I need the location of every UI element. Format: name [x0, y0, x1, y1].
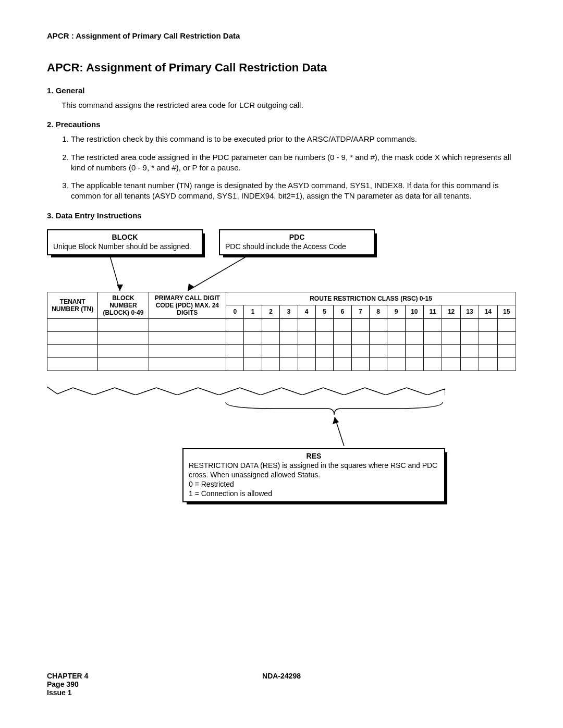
callout-res-line1: RESTRICTION DATA (RES) is assigned in th…: [189, 461, 439, 479]
table-row: [47, 331, 516, 344]
callout-res-line3: 1 = Connection is allowed: [189, 489, 439, 498]
running-header: APCR : Assignment of Primary Call Restri…: [47, 31, 516, 40]
table-row: [47, 357, 516, 371]
rsc-num: 13: [460, 305, 479, 319]
callout-res: RES RESTRICTION DATA (RES) is assigned i…: [182, 448, 445, 503]
rsc-num: 2: [262, 305, 279, 319]
rsc-num: 6: [334, 305, 351, 319]
svg-line-2: [188, 254, 250, 291]
callout-block-title: BLOCK: [53, 232, 197, 242]
section-general-head: 1. General: [47, 86, 516, 95]
th-tenant-number: TENANT NUMBER (TN): [47, 292, 98, 318]
precaution-item: The applicable tenant number (TN) range …: [71, 180, 516, 202]
table-row: [47, 344, 516, 357]
th-block-number: BLOCK NUMBER (BLOCK) 0-49: [98, 292, 149, 318]
precaution-item: The restricted area code assigned in the…: [71, 152, 516, 174]
rsc-num: 12: [442, 305, 460, 319]
rsc-num: 1: [244, 305, 262, 319]
svg-marker-5: [333, 417, 339, 424]
callout-res-title: RES: [189, 451, 439, 461]
rsc-num: 4: [298, 305, 315, 319]
rsc-num: 11: [424, 305, 442, 319]
svg-marker-1: [117, 285, 123, 291]
table-row: [47, 318, 516, 331]
rsc-num: 15: [497, 305, 516, 319]
rsc-num: 8: [369, 305, 387, 319]
th-pdc: PRIMARY CALL DIGIT CODE (PDC) MAX. 24 DI…: [149, 292, 226, 318]
arrow-brace-to-res: [328, 415, 349, 451]
section-general-body: This command assigns the restricted area…: [62, 100, 516, 110]
rsc-num: 7: [351, 305, 369, 319]
callout-block-body: Unique Block Number should be assigned.: [53, 242, 197, 251]
section-precautions-head: 2. Precautions: [47, 120, 516, 129]
th-rsc: ROUTE RESTRICTION CLASS (RSC) 0-15: [226, 292, 516, 305]
rsc-num: 9: [387, 305, 405, 319]
rsc-num: 5: [315, 305, 333, 319]
precautions-list: The restriction check by this command is…: [71, 134, 516, 201]
rsc-num: 3: [280, 305, 298, 319]
callout-pdc-title: PDC: [225, 232, 369, 242]
section-dei-head: 3. Data Entry Instructions: [47, 211, 516, 220]
arrow-pdc-to-col: [182, 254, 287, 296]
callout-pdc-body: PDC should include the Access Code: [225, 242, 369, 251]
callout-block: BLOCK Unique Block Number should be assi…: [47, 229, 203, 255]
callout-pdc: PDC PDC should include the Access Code: [219, 229, 375, 255]
rsc-num: 14: [479, 305, 497, 319]
torn-edge: [47, 387, 445, 395]
entry-table: TENANT NUMBER (TN) BLOCK NUMBER (BLOCK) …: [47, 292, 516, 371]
callout-res-line2: 0 = Restricted: [189, 479, 439, 489]
data-entry-diagram: BLOCK Unique Block Number should be assi…: [47, 229, 516, 552]
page-title: APCR: Assignment of Primary Call Restric…: [47, 61, 516, 75]
rsc-num: 0: [226, 305, 244, 319]
precaution-item: The restriction check by this command is…: [71, 134, 516, 144]
svg-marker-3: [188, 283, 194, 291]
rsc-num: 10: [405, 305, 423, 319]
